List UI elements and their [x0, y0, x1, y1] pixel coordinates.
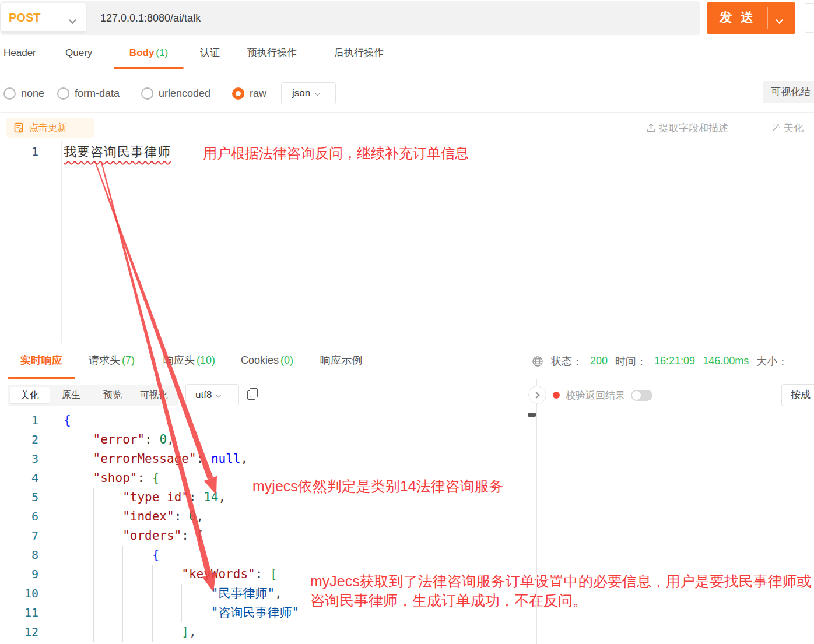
- line-content: "民事律师",: [64, 584, 527, 603]
- duration-value: 146.00ms: [703, 355, 749, 367]
- red-dot-icon: [553, 392, 560, 399]
- mode-原生[interactable]: 原生: [51, 387, 91, 403]
- indent-guide: [64, 622, 93, 642]
- tab-后执行操作[interactable]: 后执行操作: [334, 36, 384, 70]
- url-field[interactable]: 127.0.0.1:8080/ai/talk: [1, 1, 700, 35]
- globe-icon: [532, 356, 543, 367]
- tab-Header[interactable]: Header: [3, 36, 36, 70]
- line-number: 11: [0, 603, 38, 622]
- indent-guide: [64, 430, 93, 449]
- editor-border: [527, 410, 527, 644]
- send-button-label: 发 送: [720, 2, 756, 33]
- divider: [0, 112, 814, 113]
- indent-guide: [122, 546, 152, 565]
- body-type-radios: noneform-dataurlencodedraw: [0, 77, 814, 110]
- tab-Cookies[interactable]: Cookies(0): [241, 343, 293, 379]
- raw-type-value: json: [292, 87, 310, 98]
- indent-guide: [122, 565, 152, 584]
- token: {: [64, 413, 71, 427]
- indent-guide: [93, 507, 123, 526]
- tab-label: 响应头: [163, 354, 195, 366]
- extract-fields-link[interactable]: 提取字段和描述: [646, 118, 728, 138]
- scrollbar-thumb[interactable]: [528, 413, 536, 417]
- mode-美化[interactable]: 美化: [10, 387, 50, 403]
- line-number: 12: [0, 622, 38, 642]
- response-tabs: 实时响应请求头(7)响应头(10)Cookies(0)响应示例: [0, 343, 525, 379]
- code-line: 1{: [0, 411, 527, 430]
- token: :: [189, 490, 203, 504]
- radio-label: urlencoded: [159, 87, 210, 100]
- indent-guide: [93, 526, 123, 546]
- indent-guide: [93, 622, 123, 642]
- radio-label: none: [21, 87, 44, 100]
- divider: [767, 7, 768, 29]
- token: 0: [189, 509, 197, 523]
- line-content: "type_id": 14,: [64, 488, 527, 507]
- indent-guide: [64, 584, 93, 603]
- code-line: 3"errorMessage": null,: [0, 449, 527, 469]
- encoding-value: utf8: [195, 389, 212, 400]
- body-type-form-data[interactable]: form-data: [57, 77, 120, 110]
- tab-label: Body: [129, 47, 155, 58]
- tab-Query[interactable]: Query: [65, 36, 92, 70]
- encoding-select[interactable]: utf8: [185, 384, 239, 406]
- click-update-button[interactable]: 点击更新: [6, 118, 94, 138]
- method-value: POST: [9, 3, 40, 31]
- tab-响应示例[interactable]: 响应示例: [320, 343, 362, 379]
- indent-guide: [93, 546, 123, 565]
- line-number: 6: [0, 507, 38, 526]
- indent-guide: [64, 507, 93, 526]
- line-number: 3: [0, 449, 38, 469]
- body-type-none[interactable]: none: [3, 77, 44, 110]
- token: ,: [197, 509, 204, 523]
- tab-请求头[interactable]: 请求头(7): [89, 343, 135, 379]
- mode-预览[interactable]: 预览: [93, 387, 132, 403]
- response-code[interactable]: 1{2"error": 0,3"errorMessage": null,4"sh…: [0, 411, 527, 644]
- send-button[interactable]: 发 送: [707, 2, 795, 34]
- beautify-link[interactable]: 美化: [771, 118, 804, 138]
- token: "shop": [93, 471, 138, 485]
- line-number: 2: [0, 430, 38, 449]
- line-number: 5: [0, 488, 38, 507]
- method-select[interactable]: POST: [0, 3, 86, 32]
- chevron-down-icon: [70, 15, 75, 25]
- token: :: [137, 471, 152, 485]
- url-value[interactable]: 127.0.0.1:8080/ai/talk: [100, 1, 201, 35]
- line-content: {: [64, 546, 527, 565]
- code-line: 9"keyWords": [: [0, 565, 527, 584]
- code-line: 4"shop": {: [0, 469, 527, 488]
- time-value: 16:21:09: [654, 355, 695, 367]
- token: {: [152, 548, 160, 562]
- indent-guide: [64, 526, 93, 546]
- body-type-raw[interactable]: raw: [232, 77, 266, 110]
- chevron-down-icon: [216, 392, 222, 398]
- mode-可视化[interactable]: 可视化: [134, 387, 174, 403]
- tab-认证[interactable]: 认证: [200, 36, 220, 70]
- token: :: [197, 452, 211, 466]
- partial-right-button[interactable]: 按成: [781, 384, 814, 406]
- tab-count: (1): [156, 47, 168, 58]
- tab-label: 响应示例: [320, 354, 362, 366]
- token: :: [174, 509, 189, 523]
- visualize-result-button[interactable]: 可视化结: [763, 81, 814, 103]
- indent-guide: [152, 622, 182, 642]
- copy-icon[interactable]: [247, 388, 257, 399]
- collapse-panel-button[interactable]: [528, 386, 546, 404]
- request-body-text[interactable]: 我要咨询民事律师: [64, 143, 171, 161]
- raw-type-select[interactable]: json: [281, 82, 336, 104]
- beautify-label: 美化: [784, 121, 804, 135]
- tab-预执行操作[interactable]: 预执行操作: [247, 36, 297, 70]
- validate-result-row: 校验返回结果: [553, 384, 652, 406]
- tab-实时响应[interactable]: 实时响应: [8, 343, 75, 379]
- body-type-urlencoded[interactable]: urlencoded: [141, 77, 210, 110]
- tab-Body[interactable]: Body(1): [114, 36, 184, 70]
- chevron-down-icon[interactable]: [777, 15, 782, 25]
- code-line: 10"民事律师",: [0, 584, 527, 603]
- partial-button-cut[interactable]: [805, 3, 814, 33]
- indent-guide: [64, 565, 93, 584]
- tab-响应头[interactable]: 响应头(10): [163, 343, 215, 379]
- request-body-editor[interactable]: 1 我要咨询民事律师: [0, 141, 814, 343]
- validate-result-toggle[interactable]: [631, 390, 652, 401]
- indent-guide: [64, 488, 93, 507]
- line-content: "errorMessage": null,: [64, 449, 527, 469]
